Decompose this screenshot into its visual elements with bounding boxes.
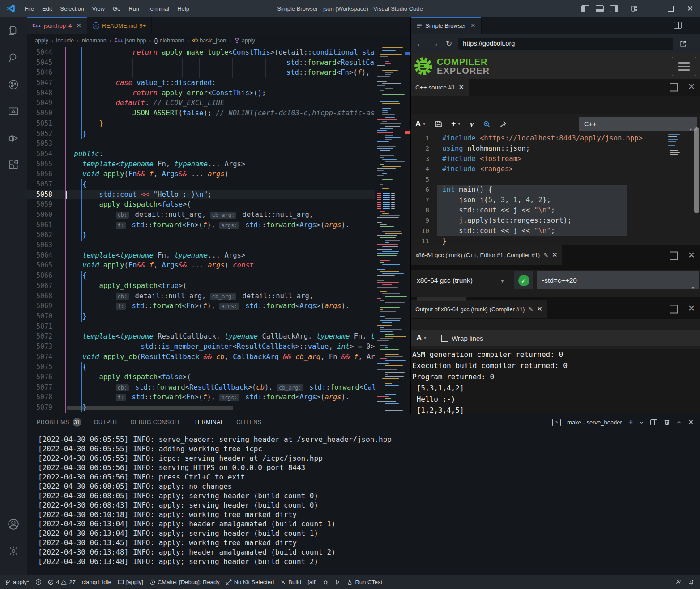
menu-file[interactable]: File: [21, 5, 38, 12]
breadcrumb-item[interactable]: json.hpp: [125, 38, 146, 44]
code-editor[interactable]: 5044return apply_make_tuple<ConstThis>(d…: [27, 47, 410, 414]
settings-gear-icon[interactable]: [0, 540, 27, 562]
code-line-5048[interactable]: 5048return apply_error<ConstThis>();: [27, 88, 375, 98]
menu-terminal[interactable]: Terminal: [143, 5, 173, 12]
close-pane-icon[interactable]: ✕: [688, 305, 695, 314]
code-line-5070[interactable]: 5070}: [27, 311, 375, 322]
breadcrumb-item[interactable]: nlohmann: [82, 38, 107, 44]
code-line-5076[interactable]: 5076apply_dispatch<false>(: [27, 372, 375, 382]
toggle-secondary-sidebar-icon[interactable]: [610, 5, 618, 12]
panel-tab-output[interactable]: OUTPUT: [94, 415, 118, 430]
language-select[interactable]: C++▼: [579, 117, 697, 131]
code-line-5060[interactable]: 5060cb: detail::null_arg, cb_arg: detail…: [27, 210, 375, 220]
source-tab[interactable]: C++ source #1✕: [411, 79, 469, 96]
panel-tab-debug-console[interactable]: DEBUG CONSOLE: [130, 415, 181, 430]
horizontal-scrollbar[interactable]: [67, 406, 233, 410]
menu-go[interactable]: Go: [109, 5, 124, 12]
terminal-name[interactable]: make - serve_header: [567, 419, 622, 426]
tab-simple-browser[interactable]: Simple Browser ✕: [411, 17, 482, 34]
menu-view[interactable]: View: [88, 5, 109, 12]
menu-selection[interactable]: Selection: [56, 5, 88, 12]
compiler-select[interactable]: x86-64 gcc (trunk)▼: [411, 276, 504, 284]
code-line-5075[interactable]: 5075{: [27, 362, 375, 372]
code-line-5049[interactable]: 5049default: // LCOV_EXCL_LINE: [27, 98, 375, 108]
vim-toggle-icon[interactable]: v: [470, 119, 474, 129]
close-tab-icon[interactable]: ✕: [76, 22, 81, 29]
godbolt-line-8[interactable]: 8 std::cout << j << "\n";: [411, 205, 700, 216]
maximize-pane-icon[interactable]: [670, 83, 678, 92]
code-line-5047[interactable]: 5047case value_t::discarded:: [27, 78, 375, 88]
code-line-5078[interactable]: 5078f: std::forward<Fn>(f), args: std::f…: [27, 392, 375, 403]
code-line-5051[interactable]: 5051}: [27, 119, 375, 129]
close-icon[interactable]: ✕: [459, 83, 465, 91]
godbolt-line-4[interactable]: 4#include <ranges>: [411, 164, 700, 174]
zoom-search-icon[interactable]: [483, 120, 491, 128]
explorer-icon[interactable]: [0, 20, 27, 42]
compiler-tab[interactable]: x86-64 gcc (trunk) (C++, Editor #1, Comp…: [411, 245, 562, 265]
godbolt-line-5[interactable]: 5: [411, 174, 700, 185]
breadcrumb-item[interactable]: basic_json: [200, 38, 226, 44]
menu-help[interactable]: Help: [173, 5, 193, 12]
terminal-dropdown-icon[interactable]: [639, 420, 644, 425]
status-debug-target[interactable]: [320, 575, 332, 589]
status-clangd-status[interactable]: clangd: idle: [79, 575, 115, 589]
output-tab[interactable]: Output of x86-64 gcc (trunk) (Compiler #…: [411, 300, 547, 318]
code-line-5069[interactable]: 5069f: std::forward<Fn>(f), args: std::f…: [27, 301, 375, 311]
rename-icon[interactable]: ✎: [543, 252, 548, 258]
minimap[interactable]: [375, 47, 404, 414]
close-pane-icon[interactable]: ✕: [688, 252, 695, 260]
font-size-icon[interactable]: A▼: [415, 119, 426, 128]
menu-edit[interactable]: Edit: [38, 5, 56, 12]
editor-actions-more-icon[interactable]: ⋯: [398, 21, 406, 29]
status-git-branch[interactable]: apply*: [2, 575, 32, 589]
back-icon[interactable]: ←: [416, 39, 424, 48]
status-active-project[interactable]: [apply]: [115, 575, 146, 589]
open-external-icon[interactable]: [679, 40, 687, 47]
toggle-sidebar-icon[interactable]: [581, 5, 589, 12]
godbolt-code-editor[interactable]: 1#include <https://localhost:8443/apply/…: [411, 133, 700, 261]
code-line-5052[interactable]: 5052}: [27, 129, 375, 139]
code-line-5062[interactable]: 5062}: [27, 230, 375, 240]
pin-icon[interactable]: [499, 120, 507, 127]
search-icon[interactable]: [0, 47, 27, 69]
code-line-5067[interactable]: 5067apply_dispatch<true>(: [27, 281, 375, 291]
code-line-5050[interactable]: 5050JSON_ASSERT(false); // NOLINT(cert-d…: [27, 108, 375, 119]
account-icon[interactable]: [0, 513, 27, 535]
code-line-5058[interactable]: 5058std::cout << "Hello :-)\n";: [27, 190, 375, 200]
close-icon[interactable]: ✕: [552, 251, 558, 259]
code-line-5045[interactable]: 5045std::forward<ResultCallback>(: [27, 58, 375, 68]
godbolt-line-6[interactable]: 6int main() {: [411, 185, 700, 195]
code-line-5044[interactable]: 5044return apply_make_tuple<ConstThis>(d…: [27, 47, 375, 58]
compiler-options-input[interactable]: -std=c++20▼: [537, 271, 699, 289]
code-line-5077[interactable]: 5077cb: std::forward<ResultCallback>(cb)…: [27, 382, 375, 393]
godbolt-line-1[interactable]: 1#include <https://localhost:8443/apply/…: [411, 133, 700, 144]
save-icon[interactable]: [435, 120, 442, 127]
forward-icon[interactable]: →: [431, 39, 439, 48]
status-run-ctest[interactable]: Run CTest: [344, 575, 385, 589]
tab-json-hpp[interactable]: C++ json.hpp 4 ✕: [27, 17, 87, 34]
godbolt-line-7[interactable]: 7 json j{5, 3, 1, 4, 2};: [411, 195, 700, 205]
code-line-5073[interactable]: 5073std::is_member_pointer<ResultCallbac…: [27, 342, 375, 352]
maximize-pane-icon[interactable]: [670, 305, 678, 314]
breadcrumb-item[interactable]: apply: [35, 38, 48, 44]
rename-icon[interactable]: ✎: [528, 306, 533, 313]
new-terminal-icon[interactable]: +: [628, 418, 633, 427]
webview-scrollbar[interactable]: [694, 127, 699, 213]
status-cmake-build[interactable]: Build: [277, 575, 304, 589]
panel-tab-gitlens[interactable]: GITLENS: [236, 415, 261, 430]
code-line-5071[interactable]: 5071: [27, 322, 375, 332]
close-tab-icon[interactable]: ✕: [470, 22, 476, 29]
breadcrumb-item[interactable]: apply: [242, 38, 255, 44]
maximize-pane-icon[interactable]: [670, 252, 678, 260]
close-button[interactable]: ✕: [680, 0, 700, 17]
panel-tab-terminal[interactable]: TERMINAL: [194, 414, 224, 430]
code-line-5055[interactable]: 5055template<typename Fn, typename... Ar…: [27, 159, 375, 169]
extensions-icon[interactable]: [0, 154, 27, 176]
godbolt-line-9[interactable]: 9 j.apply(std::ranges::sort);: [411, 216, 700, 226]
code-line-5064[interactable]: 5064template<typename Fn, typename... Ar…: [27, 250, 375, 261]
split-editor-icon[interactable]: [674, 22, 682, 30]
maximize-panel-icon[interactable]: [676, 420, 682, 425]
close-pane-icon[interactable]: ✕: [688, 83, 695, 92]
menu-run[interactable]: Run: [124, 5, 143, 12]
code-line-5059[interactable]: 5059apply_dispatch<false>(: [27, 199, 375, 210]
